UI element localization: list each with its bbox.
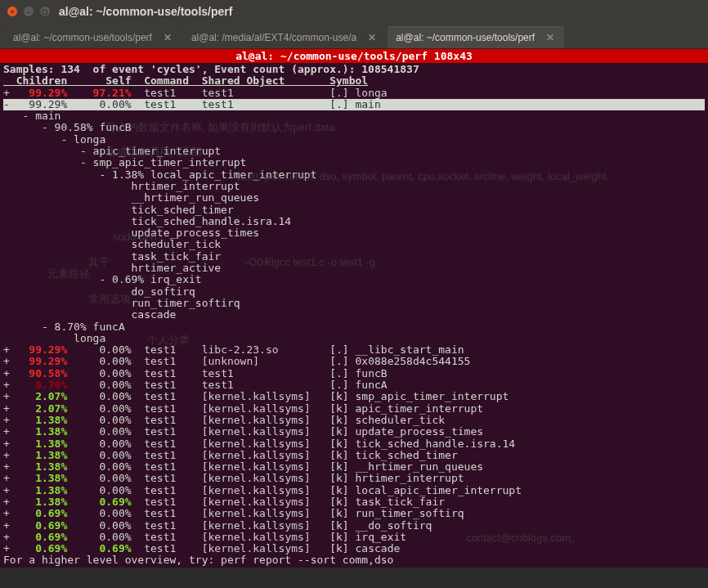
table-row[interactable]: + 2.07% 0.00% test1 [kernel.kallsyms] [k… xyxy=(3,403,705,415)
tree-line[interactable]: - 1.38% local_apic_timer_interrupt xyxy=(3,169,705,181)
terminal-content[interactable]: 导入的数据文件名称, 如果没有则默认为perf.data生成函数调用关系图比如:… xyxy=(0,63,708,568)
window-title: al@al: ~/common-use/tools/perf xyxy=(59,5,232,18)
table-row[interactable]: + 0.69% 0.69% test1 [kernel.kallsyms] [k… xyxy=(3,543,705,554)
table-row[interactable]: + 0.69% 0.00% test1 [kernel.kallsyms] [k… xyxy=(3,520,705,532)
table-row[interactable]: + 1.38% 0.00% test1 [kernel.kallsyms] [k… xyxy=(3,461,705,473)
table-row[interactable]: + 1.38% 0.00% test1 [kernel.kallsyms] [k… xyxy=(3,473,705,484)
tab-label: al@al: ~/common-use/tools/perf xyxy=(396,32,535,43)
terminal-tab-2[interactable]: al@al: ~/common-use/tools/perf ✕ xyxy=(388,26,564,48)
table-row[interactable]: + 0.69% 0.00% test1 [kernel.kallsyms] [k… xyxy=(3,508,705,519)
tab-bar: al@al: ~/common-use/tools/perf ✕ al@al: … xyxy=(0,23,708,49)
tree-line[interactable]: task_tick_fair xyxy=(3,251,705,263)
table-row[interactable]: + 1.38% 0.00% test1 [kernel.kallsyms] [k… xyxy=(3,438,705,450)
tree-line[interactable]: - longa xyxy=(3,134,705,146)
tree-line[interactable]: - apic_timer_interrupt xyxy=(3,146,705,157)
table-row[interactable]: + 2.07% 0.00% test1 [kernel.kallsyms] [k… xyxy=(3,391,705,402)
tree-line[interactable]: longa xyxy=(3,333,705,344)
table-row[interactable]: + 99.29% 97.21% test1 test1 [.] longa xyxy=(3,88,705,99)
tree-line[interactable]: scheduler_tick xyxy=(3,239,705,250)
tree-line[interactable]: tick_sched_handle.isra.14 xyxy=(3,216,705,227)
terminal-info-text: al@al: ~/common-use/tools/perf 108x43 xyxy=(235,50,473,62)
tree-line[interactable]: do_softirq xyxy=(3,286,705,298)
table-row[interactable]: + 1.38% 0.00% test1 [kernel.kallsyms] [k… xyxy=(3,450,705,461)
tab-label: al@al: /media/al/EXT4/common-use/a xyxy=(191,32,356,43)
table-row[interactable]: + 90.58% 0.00% test1 test1 [.] funcB xyxy=(3,368,705,379)
table-row[interactable]: + 8.70% 0.00% test1 test1 [.] funcA xyxy=(3,379,705,391)
hint-footer: For a higher level overview, try: perf r… xyxy=(3,554,705,566)
terminal-info-line: al@al: ~/common-use/tools/perf 108x43 xyxy=(0,49,708,63)
tree-line[interactable]: - smp_apic_timer_interrupt xyxy=(3,157,705,168)
column-headers: Children Self Command Shared Object Symb… xyxy=(3,75,705,87)
tree-line[interactable]: - 0.69% irq_exit xyxy=(3,274,705,285)
tree-line[interactable]: __hrtimer_run_queues xyxy=(3,192,705,204)
table-row[interactable]: + 0.69% 0.00% test1 [kernel.kallsyms] [k… xyxy=(3,532,705,543)
tree-line[interactable]: update_process_times xyxy=(3,227,705,239)
tree-line[interactable]: tick_sched_timer xyxy=(3,204,705,216)
window-titlebar: × – ▢ al@al: ~/common-use/tools/perf xyxy=(0,0,708,23)
minimize-icon[interactable]: – xyxy=(23,6,34,17)
tree-line[interactable]: - 8.70% funcA xyxy=(3,321,705,333)
close-icon[interactable]: ✕ xyxy=(162,32,173,43)
table-row[interactable]: + 1.38% 0.00% test1 [kernel.kallsyms] [k… xyxy=(3,426,705,438)
tree-line[interactable]: - main xyxy=(3,110,705,122)
table-row[interactable]: + 99.29% 0.00% test1 [unknown] [.] 0x088… xyxy=(3,356,705,367)
table-row[interactable]: + 1.38% 0.00% test1 [kernel.kallsyms] [k… xyxy=(3,415,705,426)
table-row[interactable]: - 99.29% 0.00% test1 test1 [.] main xyxy=(3,99,705,110)
maximize-icon[interactable]: ▢ xyxy=(39,6,51,17)
close-icon[interactable]: ✕ xyxy=(544,32,556,43)
table-row[interactable]: + 1.38% 0.69% test1 [kernel.kallsyms] [k… xyxy=(3,496,705,508)
table-row[interactable]: + 99.29% 0.00% test1 libc-2.23.so [.] __… xyxy=(3,344,705,356)
close-icon[interactable]: ✕ xyxy=(366,32,378,43)
tree-line[interactable]: hrtimer_interrupt xyxy=(3,181,705,192)
tab-label: al@al: ~/common-use/tools/perf xyxy=(13,32,152,43)
tree-line[interactable]: cascade xyxy=(3,309,705,321)
window-buttons: × – ▢ xyxy=(7,6,51,17)
close-icon[interactable]: × xyxy=(7,6,18,17)
terminal-tab-1[interactable]: al@al: /media/al/EXT4/common-use/a ✕ xyxy=(183,26,386,48)
terminal-tab-0[interactable]: al@al: ~/common-use/tools/perf ✕ xyxy=(5,26,181,48)
samples-header: Samples: 134 of event 'cycles', Event co… xyxy=(3,64,705,75)
table-row[interactable]: + 1.38% 0.00% test1 [kernel.kallsyms] [k… xyxy=(3,485,705,496)
tree-line[interactable]: - 90.58% funcB xyxy=(3,122,705,133)
tree-line[interactable]: run_timer_softirq xyxy=(3,298,705,309)
tree-line[interactable]: hrtimer_active xyxy=(3,263,705,274)
